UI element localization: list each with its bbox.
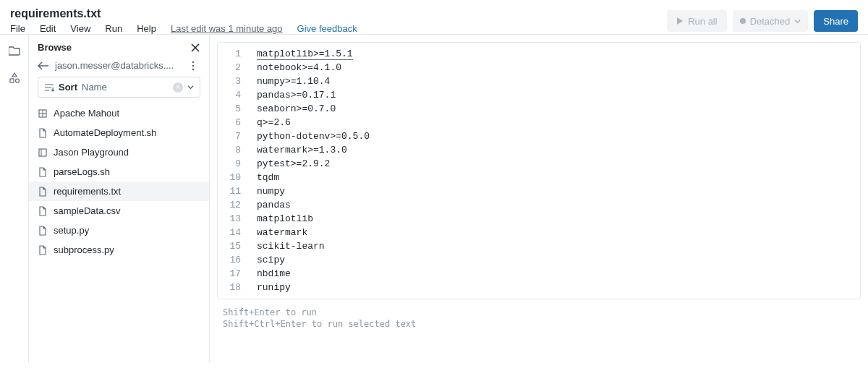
body: Browse jason.messer@databricks.... Sort … xyxy=(0,34,868,363)
code-line: watermark>=1.3.0 xyxy=(257,143,860,157)
line-number: 9 xyxy=(218,157,241,171)
code-line: seaborn>=0.7.0 xyxy=(257,102,860,116)
code-line: notebook>=4.1.0 xyxy=(257,61,860,74)
last-edit-link[interactable]: Last edit was 1 minute ago xyxy=(171,23,283,34)
file-item[interactable]: parseLogs.sh xyxy=(29,162,209,182)
back-arrow-icon[interactable] xyxy=(38,61,49,70)
cluster-status-button[interactable]: Detached xyxy=(733,10,809,32)
code-line: numpy xyxy=(257,184,860,198)
file-item-label: subprocess.py xyxy=(54,244,114,255)
file-item[interactable]: AutomateDeployment.sh xyxy=(29,123,209,142)
run-hints: Shift+Enter to run Shift+Ctrl+Enter to r… xyxy=(217,299,861,333)
sidebar-header: Browse xyxy=(29,35,209,57)
svg-rect-6 xyxy=(39,149,46,156)
share-label: Share xyxy=(823,16,848,27)
model-icon xyxy=(38,108,48,119)
code-line: matplotlib xyxy=(257,212,860,226)
line-number: 15 xyxy=(218,239,241,253)
line-number: 13 xyxy=(218,212,241,226)
code-line: python-dotenv>=0.5.0 xyxy=(257,129,860,143)
board-icon xyxy=(38,148,48,158)
sort-value: Name xyxy=(82,82,107,93)
file-item[interactable]: Jason Playground xyxy=(29,142,209,162)
file-item-label: AutomateDeployment.sh xyxy=(54,127,156,138)
menubar: File Edit View Run Help Last edit was 1 … xyxy=(10,23,667,34)
sort-prefix: Sort xyxy=(59,82,77,93)
line-number: 6 xyxy=(218,116,241,129)
menu-run[interactable]: Run xyxy=(105,23,122,34)
share-button[interactable]: Share xyxy=(814,10,858,32)
run-all-button[interactable]: Run all xyxy=(667,10,726,32)
file-icon xyxy=(38,226,48,236)
chevron-down-icon xyxy=(794,18,801,25)
hint-line-2: Shift+Ctrl+Enter to run selected text xyxy=(223,318,858,330)
file-icon xyxy=(38,206,48,216)
svg-point-4 xyxy=(192,68,195,70)
code-line: numpy>=1.10.4 xyxy=(257,74,860,88)
line-number: 18 xyxy=(218,281,241,294)
clear-sort-icon[interactable]: × xyxy=(173,82,183,93)
code-lines: matplotlib>=1.5.1notebook>=4.1.0numpy>=1… xyxy=(250,47,860,294)
code-line: scikit-learn xyxy=(257,239,860,253)
close-icon[interactable] xyxy=(190,43,200,53)
shapes-icon[interactable] xyxy=(6,69,23,87)
header-left: requirements.txt File Edit View Run Help… xyxy=(10,7,667,34)
code-line: scipy xyxy=(257,253,860,267)
menu-file[interactable]: File xyxy=(10,23,25,34)
code-line: runipy xyxy=(257,281,860,294)
line-number: 16 xyxy=(218,253,241,267)
file-icon xyxy=(38,128,48,138)
line-number: 17 xyxy=(218,267,241,281)
left-rail xyxy=(0,35,29,363)
code-line: tqdm xyxy=(257,171,860,184)
menu-view[interactable]: View xyxy=(70,23,90,34)
sidebar-title: Browse xyxy=(38,42,72,53)
svg-point-1 xyxy=(15,79,19,82)
kebab-icon[interactable] xyxy=(192,61,202,71)
code-line: watermark xyxy=(257,226,860,239)
give-feedback-link[interactable]: Give feedback xyxy=(297,23,357,34)
line-number: 8 xyxy=(218,143,241,157)
page-title: requirements.txt xyxy=(10,7,667,20)
menu-help[interactable]: Help xyxy=(137,23,156,34)
code-line: nbdime xyxy=(257,267,860,281)
line-number: 14 xyxy=(218,226,241,239)
line-number: 7 xyxy=(218,129,241,143)
file-icon xyxy=(38,245,48,255)
line-number: 3 xyxy=(218,74,241,88)
svg-point-2 xyxy=(192,61,195,63)
code-line: pandas>=0.17.1 xyxy=(257,88,860,102)
file-item[interactable]: requirements.txt xyxy=(29,182,209,201)
status-dot-icon xyxy=(740,18,746,24)
breadcrumb-path[interactable]: jason.messer@databricks.... xyxy=(55,60,186,71)
code-editor[interactable]: 123456789101112131415161718 matplotlib>=… xyxy=(218,43,860,299)
chevron-down-icon xyxy=(187,84,194,90)
sidebar: Browse jason.messer@databricks.... Sort … xyxy=(29,35,210,363)
file-icon xyxy=(38,187,48,197)
file-item-label: requirements.txt xyxy=(54,186,121,197)
line-number: 11 xyxy=(218,184,241,198)
header: requirements.txt File Edit View Run Help… xyxy=(0,0,868,34)
run-all-label: Run all xyxy=(688,16,717,27)
file-item[interactable]: setup.py xyxy=(29,221,209,240)
code-line: pytest>=2.9.2 xyxy=(257,157,860,171)
file-item[interactable]: Apache Mahout xyxy=(29,103,209,123)
code-line: matplotlib>=1.5.1 xyxy=(257,47,860,61)
code-line: q>=2.6 xyxy=(257,116,860,129)
breadcrumb: jason.messer@databricks.... xyxy=(29,57,209,77)
file-item[interactable]: sampleData.csv xyxy=(29,201,209,221)
menu-edit[interactable]: Edit xyxy=(40,23,56,34)
file-item[interactable]: subprocess.py xyxy=(29,240,209,260)
file-item-label: setup.py xyxy=(54,225,89,236)
line-number: 4 xyxy=(218,88,241,102)
editor-card: 123456789101112131415161718 matplotlib>=… xyxy=(217,42,861,299)
code-line: pandas xyxy=(257,198,860,212)
line-number: 2 xyxy=(218,61,241,74)
file-item-label: Apache Mahout xyxy=(54,108,119,119)
main: 123456789101112131415161718 matplotlib>=… xyxy=(210,35,868,363)
play-icon xyxy=(676,17,684,25)
sort-dropdown[interactable]: Sort Name × xyxy=(38,77,200,98)
file-icon xyxy=(38,167,48,177)
file-item-label: sampleData.csv xyxy=(54,205,120,216)
folder-icon[interactable] xyxy=(6,42,23,59)
